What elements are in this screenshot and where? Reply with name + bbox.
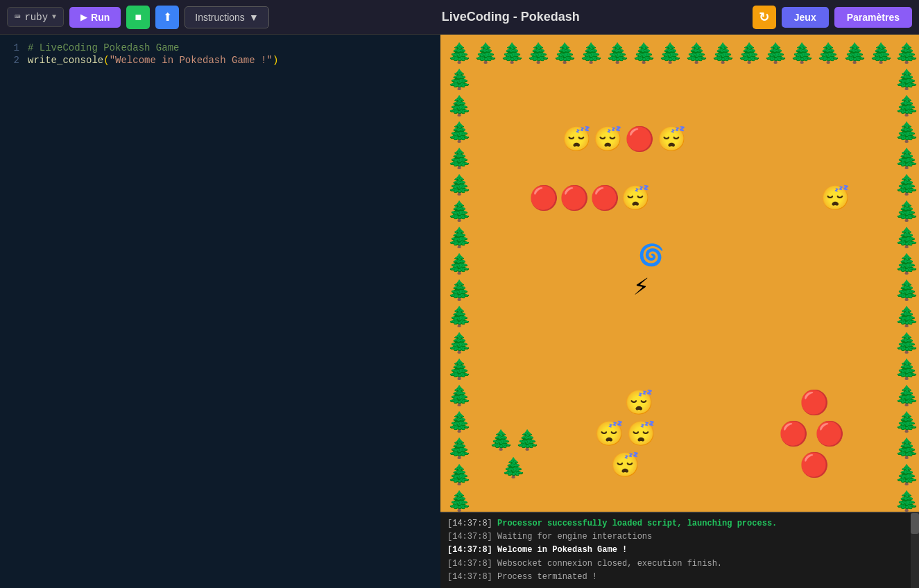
pokeball-icon: 🔴 [800,451,829,480]
tree-icon: 🌲 [447,331,472,355]
console-line-2: [14:37:8] Waiting for engine interaction… [447,530,912,544]
console-line-3: [14:37:8] Welcome in Pokedash Game ! [447,544,912,557]
pokeball-icon: 🔴 [529,184,558,213]
tree-icon: 🌲 [895,279,919,302]
snorlax-icon: 😴 [821,184,850,213]
pokeball-icon: 🔴 [590,184,619,213]
save-icon: ■ [135,11,141,24]
tree-icon: 🌲 [895,42,919,65]
tree-icon: 🌲 [843,42,867,65]
tree-icon: 🌲 [447,279,472,302]
run-label: Run [91,12,110,23]
tree-icon: 🌲 [447,252,472,276]
pikachu-icon: ⚡ [633,270,649,302]
language-selector[interactable]: ⌨ ruby ▼ [7,7,64,27]
chevron-down-icon: ▼ [52,13,56,21]
snorlax-icon: 😴 [562,125,591,154]
play-icon: ▶ [80,12,87,22]
tree-icon: 🌲 [447,437,472,460]
tree-icon: 🌲 [632,42,656,65]
tree-icon: 🌲 [895,226,919,250]
console-panel: [14:37:8] Processor successfully loaded … [440,512,919,588]
main-content: 1 # LiveCoding Pokedash Game 2 write_con… [0,35,919,588]
tree-icon: 🌲 [447,226,472,250]
tree-icon: 🌲 [895,94,919,118]
language-label: ruby [24,12,48,23]
tree-icon: 🌲 [790,42,814,65]
chevron-down-icon: ▼ [249,12,259,23]
snorlax-icon: 😴 [657,125,686,154]
tree-icon: 🌲 [658,42,682,65]
upload-icon: ⬆ [163,10,172,24]
tree-icon: 🌲 [447,463,472,487]
tree-icon: 🌲 [489,429,513,452]
tree-icon: 🌲 [447,490,472,512]
snorlax-icon: 😴 [626,420,655,449]
code-line-1: 1 # LiveCoding Pokedash Game [0,42,440,54]
tree-icon: 🌲 [895,490,919,512]
upload-button[interactable]: ⬆ [155,6,179,29]
refresh-button[interactable]: ↻ [753,6,776,29]
tree-icon: 🌲 [500,42,524,65]
pokeball-icon: 🔴 [779,420,808,449]
tree-icon: 🌲 [895,147,919,171]
scroll-thumb[interactable] [911,513,919,534]
tree-icon: 🌲 [895,384,919,408]
pokeball-icon: 🔴 [560,184,589,213]
pokeball-icon: 🔴 [815,420,844,449]
tree-icon: 🌲 [447,173,472,197]
pokeball-icon: 🔴 [625,125,654,154]
parametres-button[interactable]: Paramètres [834,7,912,28]
tree-icon: 🌲 [895,463,919,487]
instructions-label: Instructions [195,12,245,23]
save-button[interactable]: ■ [126,6,150,29]
tree-icon: 🌲 [447,358,472,381]
snorlax-icon: 😴 [594,420,624,449]
console-scrollbar[interactable] [911,513,919,588]
tree-icon: 🌲 [895,68,919,92]
console-line-4: [14:37:8] Websocket connexion closed, ex… [447,557,912,571]
jeux-label: Jeux [794,12,816,23]
console-line-1: [14:37:8] Processor successfully loaded … [447,517,912,530]
run-button[interactable]: ▶ Run [69,7,121,28]
parametres-label: Paramètres [847,12,900,23]
tree-icon: 🌲 [501,456,526,480]
console-line-5: [14:37:8] Process terminated ! [447,571,912,584]
code-line-2: 2 write_console("Welcome in Pokedash Gam… [0,54,440,67]
game-canvas: 🌲 🌲 🌲 🌲 🌲 🌲 🌲 🌲 🌲 🌲 🌲 🌲 🌲 🌲 🌲 🌲 🌲 🌲 🌲 🌲 … [440,35,919,512]
tree-icon: 🌲 [895,358,919,381]
tree-icon: 🌲 [869,42,893,65]
tree-icon: 🌲 [895,410,919,434]
tree-icon: 🌲 [816,42,841,65]
code-editor[interactable]: 1 # LiveCoding Pokedash Game 2 write_con… [0,35,440,588]
tree-icon: 🌲 [895,305,919,329]
tree-icon: 🌲 [764,42,788,65]
tree-icon: 🌲 [447,94,472,118]
tree-icon: 🌲 [711,42,735,65]
snorlax-icon: 😴 [624,388,653,417]
pokeball-icon: 🔴 [800,388,829,417]
snorlax-icon: 😴 [593,125,622,154]
tree-icon: 🌲 [895,200,919,223]
tree-icon: 🌲 [685,42,709,65]
tree-icon: 🌲 [447,147,472,171]
hypno-spiral-icon: 🌀 [638,243,664,268]
instructions-button[interactable]: Instructions ▼ [184,6,268,28]
jeux-button[interactable]: Jeux [782,7,829,28]
tree-icon: 🌲 [447,121,472,144]
tree-icon: 🌲 [447,200,472,223]
toolbar: ⌨ ruby ▼ ▶ Run ■ ⬆ Instructions ▼ LiveCo… [0,0,919,35]
tree-icon: 🌲 [447,42,472,65]
tree-icon: 🌲 [447,410,472,434]
tree-icon: 🌲 [895,173,919,197]
game-area: 🌲 🌲 🌲 🌲 🌲 🌲 🌲 🌲 🌲 🌲 🌲 🌲 🌲 🌲 🌲 🌲 🌲 🌲 🌲 🌲 … [440,35,919,588]
tree-icon: 🌲 [895,252,919,276]
tree-icon: 🌲 [515,429,540,452]
line-number: 1 [0,42,28,53]
snorlax-icon: 😴 [621,184,650,213]
line-number: 2 [0,55,28,66]
page-title: LiveCoding - Pokedash [275,10,747,24]
tree-icon: 🌲 [737,42,762,65]
tree-icon: 🌲 [474,42,498,65]
terminal-icon: ⌨ [15,11,20,23]
